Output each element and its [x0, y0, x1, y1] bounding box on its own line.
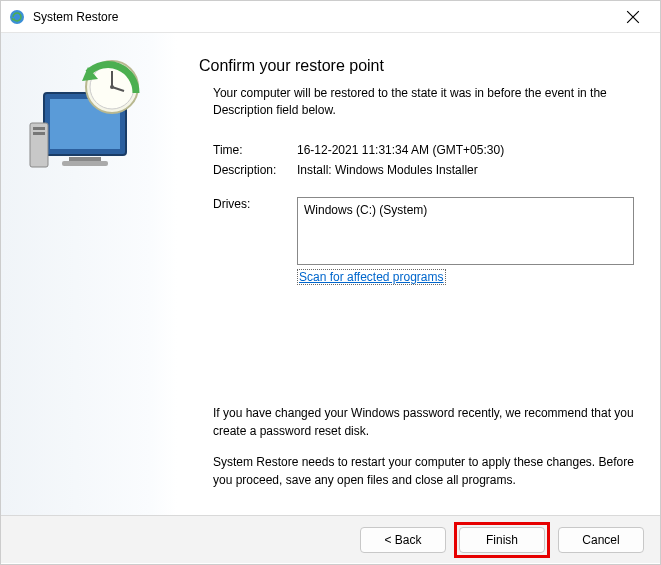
content-area: Confirm your restore point Your computer… [1, 33, 660, 515]
svg-rect-3 [69, 157, 101, 161]
svg-point-12 [110, 85, 114, 89]
back-button[interactable]: < Back [360, 527, 446, 553]
svg-rect-7 [33, 132, 45, 135]
close-icon [626, 10, 640, 24]
drives-label: Drives: [213, 197, 297, 265]
titlebar: System Restore [1, 1, 660, 33]
page-heading: Confirm your restore point [199, 57, 634, 75]
description-label: Description: [213, 163, 297, 177]
time-label: Time: [213, 143, 297, 157]
description-row: Description: Install: Windows Modules In… [199, 163, 634, 177]
page-subtext: Your computer will be restored to the st… [199, 85, 634, 119]
close-button[interactable] [610, 2, 656, 32]
time-value: 16-12-2021 11:31:34 AM (GMT+05:30) [297, 143, 634, 157]
restart-info: System Restore needs to restart your com… [199, 454, 634, 489]
password-info: If you have changed your Windows passwor… [199, 405, 634, 440]
main-panel: Confirm your restore point Your computer… [177, 33, 660, 515]
finish-button[interactable]: Finish [459, 527, 545, 553]
scan-affected-programs-link[interactable]: Scan for affected programs [297, 269, 446, 285]
drive-item[interactable]: Windows (C:) (System) [304, 203, 627, 217]
drives-row: Drives: Windows (C:) (System) [199, 197, 634, 265]
window-title: System Restore [33, 10, 610, 24]
cancel-button[interactable]: Cancel [558, 527, 644, 553]
svg-rect-4 [62, 161, 108, 166]
sidebar [1, 33, 177, 515]
drives-listbox[interactable]: Windows (C:) (System) [297, 197, 634, 265]
finish-highlight: Finish [454, 522, 550, 558]
svg-rect-6 [33, 127, 45, 130]
button-bar: < Back Finish Cancel [1, 515, 660, 563]
svg-point-0 [10, 10, 24, 24]
description-value: Install: Windows Modules Installer [297, 163, 634, 177]
system-restore-icon [9, 9, 25, 25]
time-row: Time: 16-12-2021 11:31:34 AM (GMT+05:30) [199, 143, 634, 157]
restore-illustration-icon [24, 53, 154, 183]
